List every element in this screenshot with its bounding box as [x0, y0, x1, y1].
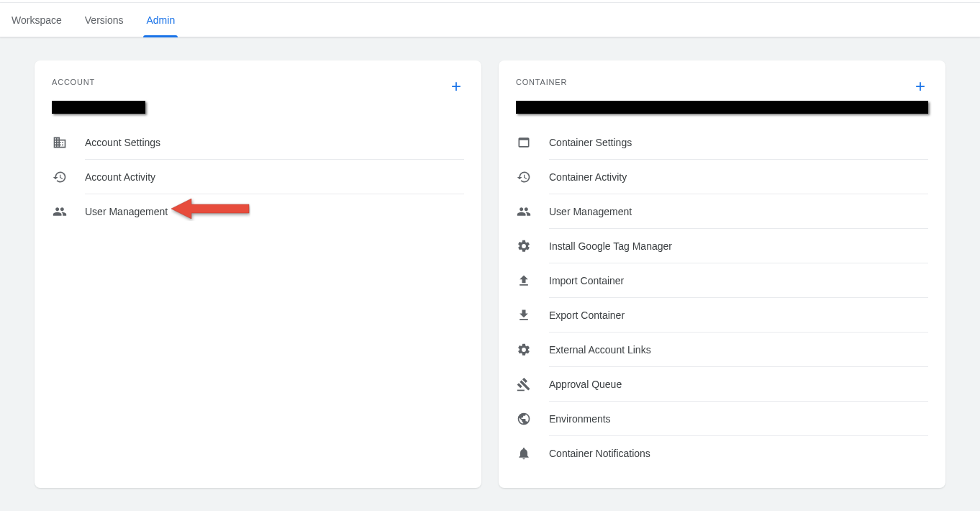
gavel-icon [516, 376, 532, 393]
tab-workspace[interactable]: Workspace [0, 3, 73, 37]
menu-label: External Account Links [549, 344, 651, 356]
tabs-bar: Workspace Versions Admin [0, 3, 980, 37]
upload-icon [516, 272, 532, 289]
account-menu: Account Settings Account Activity User M… [52, 125, 464, 229]
tab-versions[interactable]: Versions [73, 3, 135, 37]
container-name-redacted [516, 101, 928, 114]
download-icon [516, 307, 532, 324]
install-gtm-item[interactable]: Install Google Tag Manager [549, 229, 928, 263]
container-title: CONTAINER [516, 78, 567, 86]
account-add-button[interactable]: + [448, 78, 464, 95]
container-notifications-item[interactable]: Container Notifications [549, 436, 928, 471]
globe-icon [516, 410, 532, 428]
domain-icon [52, 134, 68, 151]
tab-admin[interactable]: Admin [135, 3, 186, 37]
environments-item[interactable]: Environments [549, 402, 928, 436]
container-menu: Container Settings Container Activity Us… [516, 125, 928, 471]
account-card: ACCOUNT + Account Settings Account Activ… [35, 60, 481, 488]
menu-label: Import Container [549, 275, 624, 286]
menu-label: Container Activity [549, 171, 627, 183]
people-icon [52, 203, 68, 220]
container-settings-item[interactable]: Container Settings [549, 125, 928, 160]
history-icon [516, 168, 532, 186]
import-container-item[interactable]: Import Container [549, 263, 928, 298]
menu-label: Container Notifications [549, 448, 650, 459]
export-container-item[interactable]: Export Container [549, 298, 928, 333]
container-user-management-item[interactable]: User Management [549, 194, 928, 229]
external-account-links-item[interactable]: External Account Links [549, 333, 928, 367]
settings-icon [516, 238, 532, 255]
account-user-management-item[interactable]: User Management [85, 194, 464, 229]
menu-label: Export Container [549, 309, 625, 321]
approval-queue-item[interactable]: Approval Queue [549, 367, 928, 402]
account-activity-item[interactable]: Account Activity [85, 160, 464, 194]
container-add-button[interactable]: + [912, 78, 928, 95]
menu-label: Account Activity [85, 171, 155, 183]
history-icon [52, 168, 68, 186]
admin-content: ACCOUNT + Account Settings Account Activ… [0, 37, 980, 511]
menu-label: User Management [549, 206, 632, 217]
account-title: ACCOUNT [52, 78, 95, 86]
people-icon [516, 203, 532, 220]
settings-icon [516, 341, 532, 358]
bell-icon [516, 445, 532, 462]
menu-label: Account Settings [85, 137, 160, 148]
menu-label: Install Google Tag Manager [549, 240, 672, 252]
menu-label: Approval Queue [549, 379, 622, 390]
menu-label: Container Settings [549, 137, 632, 148]
account-settings-item[interactable]: Account Settings [85, 125, 464, 160]
container-card: CONTAINER + Container Settings Container… [499, 60, 945, 488]
container-activity-item[interactable]: Container Activity [549, 160, 928, 194]
menu-label: User Management [85, 206, 168, 217]
webasset-icon [516, 134, 532, 151]
menu-label: Environments [549, 413, 611, 425]
account-name-redacted [52, 101, 145, 114]
